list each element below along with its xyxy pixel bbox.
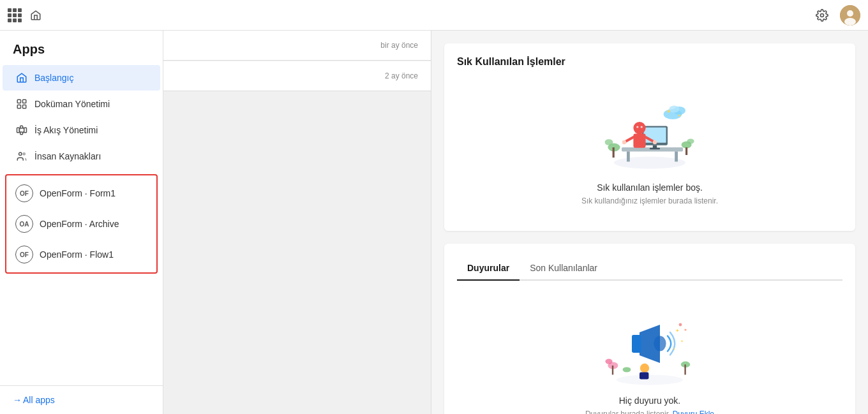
svg-rect-24 (675, 151, 678, 161)
recent-item-2-time: 2 ay önce (385, 71, 418, 80)
sidebar-item-dokuman-label: Doküman Yönetimi (34, 99, 110, 109)
svg-rect-28 (650, 148, 660, 149)
sidebar-item-is-akis[interactable]: İş Akış Yönetimi (3, 117, 160, 143)
svg-point-60 (679, 323, 682, 327)
svg-point-53 (640, 364, 649, 373)
svg-rect-6 (17, 105, 20, 108)
duyuru-empty-subtitle-text: Duyurular burada listenir. (585, 410, 673, 414)
svg-rect-30 (633, 133, 645, 147)
svg-rect-7 (23, 105, 26, 108)
svg-rect-23 (627, 151, 630, 161)
svg-text:✦: ✦ (675, 328, 680, 334)
duyuru-section: Duyurular Son Kullanılanlar (444, 244, 855, 414)
svg-point-34 (653, 140, 657, 144)
topbar (0, 0, 868, 31)
sidebar-nav: Başlangıç Doküman Yönetimi (0, 64, 163, 385)
svg-point-2 (847, 10, 853, 17)
openform-form1-badge: OF (15, 184, 33, 202)
svg-point-39 (669, 105, 679, 112)
svg-point-3 (844, 18, 856, 26)
svg-point-43 (687, 138, 694, 144)
sidebar-item-baslangic-label: Başlangıç (34, 73, 73, 83)
all-apps-arrow-icon: → (13, 395, 22, 405)
svg-rect-9 (20, 126, 23, 128)
recent-panel: bir ay önce 2 ay önce (163, 31, 431, 414)
settings-icon[interactable] (812, 5, 832, 26)
svg-point-0 (821, 13, 824, 17)
sik-section: Sık Kullanılan İşlemler (444, 43, 855, 231)
sidebar-item-insan-label: İnsan Kaynakları (34, 151, 101, 161)
svg-rect-11 (24, 128, 27, 133)
all-apps-link[interactable]: → All apps (0, 385, 163, 414)
sidebar-title: Apps (0, 31, 163, 64)
home-icon[interactable] (29, 9, 42, 22)
all-apps-label: All apps (23, 395, 55, 405)
svg-point-29 (633, 122, 645, 134)
svg-line-14 (23, 127, 24, 129)
svg-line-15 (23, 131, 24, 133)
home-nav-icon (15, 71, 28, 84)
openform-archive-badge: OA (15, 215, 33, 233)
document-nav-icon (15, 98, 28, 110)
openform-archive-item[interactable]: OA OpenForm · Archive (6, 209, 156, 239)
svg-point-47 (605, 359, 612, 364)
openform-form1-label: OpenForm · Form1 (40, 188, 116, 198)
svg-point-52 (654, 336, 666, 351)
svg-point-17 (23, 153, 25, 155)
sik-title: Sık Kullanılan İşlemler (457, 56, 842, 68)
svg-rect-8 (17, 128, 20, 133)
main-layout: Apps Başlangıç (0, 31, 868, 414)
topbar-left (8, 8, 42, 22)
svg-point-49 (623, 367, 631, 372)
topbar-right (812, 5, 860, 26)
duyuru-empty-subtitle: Duyurular burada listenir. Duyuru Ekle (585, 410, 714, 414)
duyuru-add-link[interactable]: Duyuru Ekle (673, 410, 714, 414)
sik-empty-container: ★ ★ Sık kullanılan işlemler boş. Sık kul… (457, 78, 842, 218)
svg-point-45 (617, 374, 683, 385)
openform-flow1-item[interactable]: OF OpenForm · Flow1 (6, 239, 156, 270)
svg-rect-10 (20, 132, 23, 135)
workflow-nav-icon (15, 124, 28, 137)
sik-empty-subtitle: Sık kullandığınız işlemler burada listen… (581, 196, 718, 205)
duyuru-empty-container: ✦ ✦ ✦ Hiç duyuru yok. Duyurular burada l… (457, 291, 842, 414)
duyuru-illustration: ✦ ✦ ✦ (599, 304, 701, 387)
svg-text:✦: ✦ (680, 339, 684, 343)
content-area: bir ay önce 2 ay önce Sık Kullanılan İşl… (163, 31, 868, 414)
openform-form1-item[interactable]: OF OpenForm · Form1 (6, 178, 156, 209)
sidebar-item-baslangic[interactable]: Başlangıç (3, 65, 160, 91)
tab-duyurular[interactable]: Duyurular (457, 256, 520, 281)
recent-item-2: 2 ay önce (163, 61, 431, 91)
svg-point-35 (636, 126, 638, 128)
svg-point-33 (622, 140, 626, 144)
people-nav-icon (15, 150, 28, 163)
svg-point-18 (614, 156, 685, 168)
duyuru-empty-title: Hiç duyuru yok. (619, 396, 680, 406)
user-avatar[interactable] (840, 5, 860, 26)
svg-rect-44 (685, 147, 687, 155)
sidebar: Apps Başlangıç (0, 31, 163, 414)
sik-illustration: ★ ★ (599, 91, 701, 174)
svg-rect-51 (632, 335, 641, 353)
svg-rect-4 (17, 100, 20, 103)
sidebar-item-is-akis-label: İş Akış Yönetimi (34, 125, 98, 135)
svg-rect-59 (684, 364, 685, 374)
svg-point-16 (19, 152, 22, 156)
tabs-row: Duyurular Son Kullanılanlar (457, 256, 842, 281)
svg-point-36 (641, 126, 643, 128)
svg-point-20 (605, 139, 613, 145)
recent-item-1: bir ay önce (163, 31, 431, 61)
svg-rect-54 (640, 372, 648, 379)
svg-text:★: ★ (666, 108, 671, 114)
openform-flow1-badge: OF (15, 246, 33, 263)
svg-rect-48 (612, 366, 613, 374)
tab-son-kullanilanlar[interactable]: Son Kullanılanlar (520, 256, 608, 281)
sidebar-item-insan[interactable]: İnsan Kaynakları (3, 144, 160, 169)
svg-text:★: ★ (678, 113, 681, 117)
svg-point-61 (684, 329, 686, 330)
right-panel: Sık Kullanılan İşlemler (431, 31, 868, 414)
recent-item-1-time: bir ay önce (380, 41, 418, 50)
grid-menu-icon[interactable] (8, 8, 22, 22)
sidebar-item-dokuman[interactable]: Doküman Yönetimi (3, 91, 160, 117)
openform-section: OF OpenForm · Form1 OA OpenForm · Archiv… (5, 174, 158, 274)
svg-text:✦: ✦ (673, 348, 675, 351)
